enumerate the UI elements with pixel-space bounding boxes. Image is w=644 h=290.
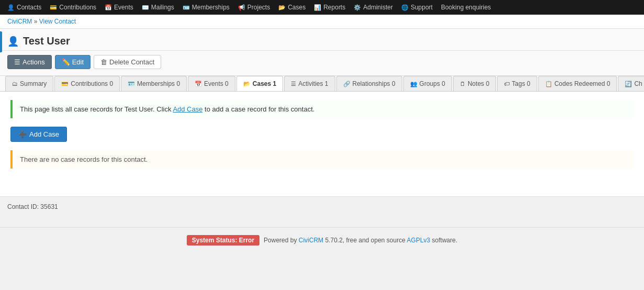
trash-icon: 🗑 xyxy=(100,58,107,66)
nav-administer[interactable]: ⚙️ Administer xyxy=(349,0,397,15)
page-header: 👤 Test User xyxy=(0,29,644,51)
nav-booking[interactable]: Booking enquiries xyxy=(437,0,495,15)
tab-groups[interactable]: 👥 Groups 0 xyxy=(403,76,452,91)
nav-contacts[interactable]: 👤 Contacts xyxy=(3,0,46,15)
page-title: Test User xyxy=(23,35,70,47)
content-area: This page lists all case records for Tes… xyxy=(0,92,644,196)
tab-ch[interactable]: 🔄 Ch xyxy=(618,76,644,91)
notes-tab-icon: 🗒 xyxy=(460,81,466,87)
civicrm-link[interactable]: CiviCRM xyxy=(299,237,323,244)
reports-icon: 📊 xyxy=(314,4,321,11)
tab-codes-redeemed[interactable]: 📋 Codes Redeemed 0 xyxy=(538,76,617,91)
administer-icon: ⚙️ xyxy=(354,4,361,11)
edit-button[interactable]: ✏️ Edit xyxy=(55,55,91,69)
groups-tab-icon: 👥 xyxy=(410,81,417,87)
mailings-icon: ✉️ xyxy=(142,4,149,11)
delete-contact-button[interactable]: 🗑 Delete Contact xyxy=(94,55,161,69)
bottom-footer: System Status: Error Powered by CiviCRM … xyxy=(0,227,644,253)
list-icon: ☰ xyxy=(14,58,20,66)
tab-tags[interactable]: 🏷 Tags 0 xyxy=(497,76,537,91)
left-accent-bar xyxy=(0,31,2,52)
system-status-badge[interactable]: System Status: Error xyxy=(187,235,259,246)
warning-text: There are no case records for this conta… xyxy=(20,155,148,163)
nav-contributions[interactable]: 💳 Contributions xyxy=(46,0,100,15)
activities-tab-icon: ☰ xyxy=(291,81,296,87)
add-case-link[interactable]: Add Case xyxy=(173,105,202,113)
breadcrumb-civicrm[interactable]: CiviCRM xyxy=(7,18,32,25)
cases-tab-icon: 📂 xyxy=(243,81,251,87)
tab-memberships[interactable]: 🪪 Memberships 0 xyxy=(121,76,187,91)
tab-activities[interactable]: ☰ Activities 1 xyxy=(284,76,335,91)
tab-contributions[interactable]: 💳 Contributions 0 xyxy=(54,76,120,91)
agplv3-link[interactable]: AGPLv3 xyxy=(407,237,431,244)
tabs-bar: 🗂 Summary 💳 Contributions 0 🪪 Membership… xyxy=(0,76,644,92)
relationships-tab-icon: 🔗 xyxy=(343,81,351,87)
nav-mailings[interactable]: ✉️ Mailings xyxy=(138,0,178,15)
breadcrumb-view-contact[interactable]: View Contact xyxy=(39,18,76,25)
projects-icon: 📢 xyxy=(238,4,245,11)
contributions-icon: 💳 xyxy=(50,4,57,11)
nav-support[interactable]: 🌐 Support xyxy=(397,0,437,15)
contact-id: Contact ID: 35631 xyxy=(7,203,58,210)
powered-by-text: Powered by CiviCRM 5.70.2, free and open… xyxy=(264,237,457,244)
tab-cases[interactable]: 📂 Cases 1 xyxy=(236,76,283,92)
top-navigation: 👤 Contacts 💳 Contributions 📅 Events ✉️ M… xyxy=(0,0,644,15)
tab-notes[interactable]: 🗒 Notes 0 xyxy=(453,76,496,91)
breadcrumb-separator: » xyxy=(34,18,39,25)
summary-tab-icon: 🗂 xyxy=(12,81,18,87)
tab-relationships[interactable]: 🔗 Relationships 0 xyxy=(336,76,402,91)
actions-button[interactable]: ☰ Actions xyxy=(7,55,52,69)
nav-events[interactable]: 📅 Events xyxy=(100,0,138,15)
info-text-after: to add a case record for this contact. xyxy=(202,105,314,113)
cases-icon: 📂 xyxy=(278,4,286,11)
nav-cases[interactable]: 📂 Cases xyxy=(274,0,310,15)
nav-projects[interactable]: 📢 Projects xyxy=(234,0,274,15)
footer-bar: Contact ID: 35631 xyxy=(0,196,644,217)
contacts-icon: 👤 xyxy=(7,4,15,11)
info-text-before: This page lists all case records for Tes… xyxy=(20,105,173,113)
codes-tab-icon: 📋 xyxy=(545,81,552,87)
user-avatar-icon: 👤 xyxy=(7,36,19,47)
info-box: This page lists all case records for Tes… xyxy=(10,100,634,118)
nav-memberships[interactable]: 🪪 Memberships xyxy=(178,0,234,15)
contributions-tab-icon: 💳 xyxy=(61,81,69,87)
warning-box: There are no case records for this conta… xyxy=(10,150,634,169)
plus-icon: ➕ xyxy=(18,130,27,138)
events-tab-icon: 📅 xyxy=(195,81,202,87)
tags-tab-icon: 🏷 xyxy=(504,81,510,87)
memberships-icon: 🪪 xyxy=(183,4,190,11)
nav-reports[interactable]: 📊 Reports xyxy=(310,0,349,15)
pencil-icon: ✏️ xyxy=(62,58,70,66)
tab-events[interactable]: 📅 Events 0 xyxy=(188,76,235,91)
support-icon: 🌐 xyxy=(401,4,409,11)
action-bar: ☰ Actions ✏️ Edit 🗑 Delete Contact xyxy=(0,51,644,76)
ch-tab-icon: 🔄 xyxy=(625,81,632,87)
breadcrumb: CiviCRM » View Contact xyxy=(0,15,644,29)
add-case-button[interactable]: ➕ Add Case xyxy=(10,127,67,142)
events-icon: 📅 xyxy=(105,4,112,11)
tab-summary[interactable]: 🗂 Summary xyxy=(5,76,53,91)
memberships-tab-icon: 🪪 xyxy=(128,81,135,87)
